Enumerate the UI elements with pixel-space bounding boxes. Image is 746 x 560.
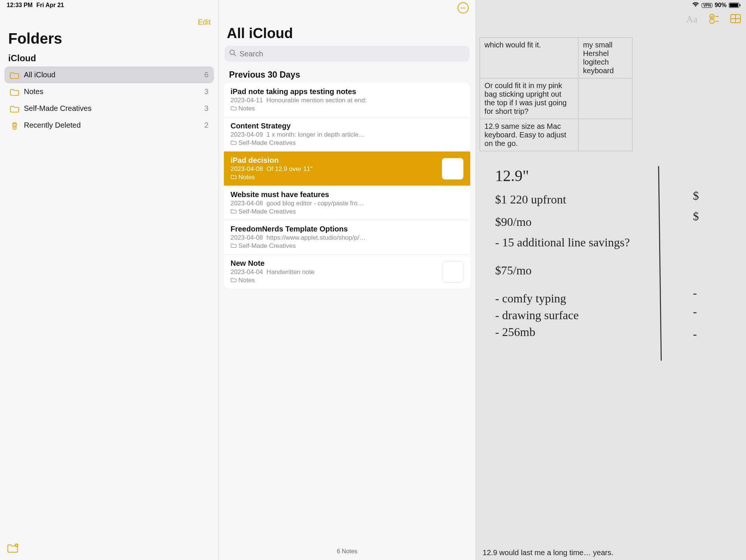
table-cell[interactable]: my small Hershel logitech keyboard <box>578 38 633 78</box>
note-row[interactable]: New Note2023-04-04 Handwritten noteNotes <box>224 255 471 289</box>
folder-icon <box>231 208 237 215</box>
table-cell[interactable]: 12.9 same size as Mac keyboard. Easy to … <box>480 119 578 151</box>
table-cell[interactable] <box>578 78 633 119</box>
text-format-button[interactable]: Aa <box>686 14 697 25</box>
trash-icon <box>10 122 19 129</box>
table-cell[interactable]: which would fit it. <box>480 38 578 78</box>
note-detail-column: Aa which would fit it.my small Hershel l… <box>476 0 746 560</box>
note-folder-label: Notes <box>231 105 464 112</box>
note-folder-label: Self-Made Creatives <box>231 208 464 215</box>
folder-row[interactable]: All iCloud6 <box>4 66 214 83</box>
note-row[interactable]: iPad decision2023-04-08 Of 12.9 over 11"… <box>224 152 471 186</box>
folder-count: 2 <box>205 121 209 130</box>
svg-text:$75/mo: $75/mo <box>495 264 532 277</box>
svg-text:$90/mo: $90/mo <box>495 215 532 228</box>
folder-label: Notes <box>24 87 200 96</box>
folder-icon <box>10 71 19 79</box>
folder-count: 3 <box>205 104 209 113</box>
note-title: New Note <box>231 259 438 268</box>
svg-text:- drawing surface: - drawing surface <box>495 308 579 322</box>
notes-title: All iCloud <box>219 14 476 44</box>
edit-button[interactable]: Edit <box>198 18 210 27</box>
note-bottom-text: 12.9 would last me a long time… years. <box>483 548 613 557</box>
svg-point-3 <box>710 14 714 19</box>
folders-column: Edit Folders iCloud All iCloud6Notes3Sel… <box>0 0 219 560</box>
vpn-badge: VPN <box>702 3 712 8</box>
svg-line-2 <box>234 54 236 56</box>
new-folder-button[interactable] <box>7 548 19 554</box>
folder-icon <box>231 174 237 181</box>
svg-text:- 256mb: - 256mb <box>495 325 536 339</box>
note-thumbnail <box>442 261 463 283</box>
folder-icon <box>231 139 237 147</box>
note-body[interactable]: which would fit it.my small Hershel logi… <box>476 13 746 560</box>
table-cell[interactable]: Or could fit it in my pink bag sticking … <box>480 78 578 119</box>
note-row[interactable]: Content Strategy2023-04-09 1 x month: lo… <box>224 117 471 152</box>
svg-text:-: - <box>693 286 697 299</box>
folder-label: Self-Made Creatives <box>24 104 200 113</box>
table-cell[interactable] <box>578 119 633 151</box>
note-title: Content Strategy <box>231 122 464 130</box>
notes-count-footer: 6 Notes <box>219 543 476 560</box>
svg-text:$1 220 upfront: $1 220 upfront <box>495 193 566 206</box>
note-meta: 2023-04-11 Honourable mention section at… <box>231 97 464 104</box>
wifi-icon <box>692 2 699 9</box>
svg-text:- 15 additional line savings?: - 15 additional line savings? <box>495 236 630 249</box>
folder-row[interactable]: Notes3 <box>4 83 214 100</box>
note-title: iPad note taking apps testing notes <box>231 87 464 96</box>
note-meta: 2023-04-08 https://www.applet.studio/sho… <box>231 234 464 242</box>
folder-count: 6 <box>205 71 209 79</box>
svg-text:$: $ <box>693 209 699 223</box>
note-title: FreedomNerds Template Options <box>231 225 464 233</box>
notes-column: ••• ••• All iCloud Previous 30 Days iPad… <box>219 0 476 560</box>
notes-group-label: Previous 30 Days <box>219 66 476 83</box>
folder-icon <box>231 277 237 284</box>
note-row[interactable]: FreedomNerds Template Options2023-04-08 … <box>224 220 471 255</box>
note-meta: 2023-04-08 Of 12.9 over 11" <box>231 165 438 173</box>
note-title: iPad decision <box>231 156 438 165</box>
handwriting-area[interactable]: 12.9"$1 220 upfront$90/mo - 15 additiona… <box>476 166 746 375</box>
note-title: Website must have features <box>231 190 464 199</box>
note-meta: 2023-04-09 1 x month: longer in depth ar… <box>231 131 464 139</box>
note-meta: 2023-04-04 Handwritten note <box>231 268 438 276</box>
note-folder-label: Notes <box>231 277 438 284</box>
search-input[interactable] <box>240 50 465 58</box>
folder-row[interactable]: Recently Deleted2 <box>4 117 214 134</box>
note-folder-label: Self-Made Creatives <box>231 139 464 147</box>
folder-label: All iCloud <box>24 71 200 79</box>
battery-percent: 90% <box>715 2 727 9</box>
svg-text:-: - <box>693 305 697 318</box>
svg-text:12.9": 12.9" <box>495 167 529 184</box>
folder-icon <box>10 88 19 96</box>
note-table[interactable]: which would fit it.my small Hershel logi… <box>480 37 633 151</box>
note-folder-label: Notes <box>231 174 438 181</box>
search-field[interactable] <box>225 46 470 62</box>
svg-point-5 <box>710 19 714 24</box>
note-thumbnail <box>442 158 463 180</box>
insert-table-button[interactable] <box>730 14 741 25</box>
folder-icon <box>231 242 237 250</box>
svg-text:$: $ <box>693 189 699 202</box>
battery-icon <box>729 3 739 8</box>
checklist-button[interactable] <box>709 13 719 25</box>
status-bar: 12:33 PM Fri Apr 21 VPN 90% <box>0 0 746 10</box>
svg-point-1 <box>230 50 234 55</box>
note-folder-label: Self-Made Creatives <box>231 242 464 250</box>
svg-text:- comfy typing: - comfy typing <box>495 292 566 305</box>
status-time: 12:33 PM <box>7 2 32 9</box>
note-row[interactable]: iPad note taking apps testing notes2023-… <box>224 83 471 117</box>
folder-label: Recently Deleted <box>24 121 200 130</box>
note-meta: 2023-04-08 good blog editor - copy/paste… <box>231 200 464 207</box>
folders-section-label: iCloud <box>0 51 218 66</box>
svg-text:-: - <box>693 327 697 340</box>
svg-line-10 <box>659 166 661 360</box>
folder-icon <box>231 105 237 112</box>
folder-icon <box>10 105 19 112</box>
status-date: Fri Apr 21 <box>36 2 64 9</box>
search-icon <box>229 49 237 58</box>
folders-title: Folders <box>0 28 218 51</box>
note-row[interactable]: Website must have features2023-04-08 goo… <box>224 186 471 220</box>
folder-row[interactable]: Self-Made Creatives3 <box>4 100 214 117</box>
folder-count: 3 <box>205 87 209 96</box>
